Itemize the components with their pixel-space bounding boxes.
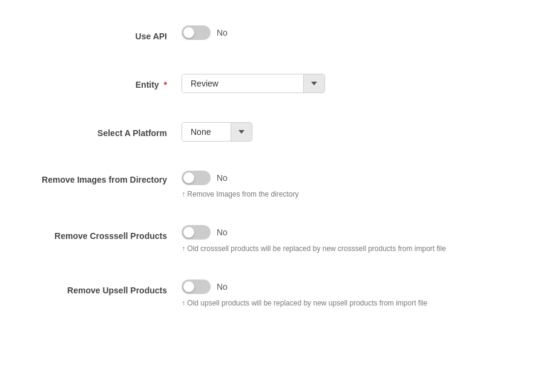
remove-images-track — [182, 171, 211, 185]
chevron-down-icon — [311, 82, 317, 85]
remove-images-hint: Remove Images from the directory — [182, 190, 298, 198]
entity-select-arrow[interactable] — [303, 74, 324, 93]
remove-upsell-status: No — [217, 282, 228, 292]
platform-row: Select A Platform None — [24, 109, 534, 157]
use-api-row: Use API No — [24, 12, 534, 60]
remove-images-thumb — [183, 172, 194, 183]
platform-select-value[interactable]: None — [182, 123, 231, 141]
use-api-track — [182, 25, 211, 40]
entity-select-value[interactable]: Review — [182, 74, 303, 93]
platform-select-arrow[interactable] — [231, 123, 252, 141]
entity-select-wrapper[interactable]: Review — [182, 74, 325, 93]
entity-label: Entity * — [24, 74, 182, 96]
remove-upsell-hint: Old upsell products will be replaced by … — [182, 299, 427, 307]
platform-label: Select A Platform — [24, 122, 182, 144]
remove-crosssell-hint: Old crosssell products will be replaced … — [182, 244, 446, 253]
remove-upsell-row: Remove Upsell Products No Old upsell pro… — [24, 266, 534, 321]
use-api-toggle[interactable] — [182, 25, 211, 40]
remove-images-row: Remove Images from Directory No Remove I… — [24, 157, 534, 212]
use-api-status: No — [217, 28, 228, 38]
remove-crosssell-row: Remove Crosssell Products No Old crossse… — [24, 212, 534, 266]
remove-crosssell-status: No — [217, 227, 228, 237]
remove-images-toggle[interactable] — [182, 171, 211, 185]
remove-upsell-label: Remove Upsell Products — [24, 279, 182, 301]
entity-row: Entity * Review — [24, 60, 534, 109]
remove-upsell-toggle[interactable] — [182, 279, 211, 294]
remove-upsell-track — [182, 279, 211, 294]
remove-crosssell-thumb — [183, 227, 194, 238]
chevron-down-icon — [238, 130, 245, 134]
use-api-label: Use API — [24, 25, 182, 47]
remove-crosssell-label: Remove Crosssell Products — [24, 225, 182, 247]
remove-images-label: Remove Images from Directory — [24, 171, 182, 186]
remove-upsell-thumb — [183, 281, 194, 292]
use-api-thumb — [183, 27, 194, 38]
remove-crosssell-track — [182, 225, 211, 240]
remove-images-status: No — [217, 173, 228, 183]
required-star: * — [164, 80, 167, 90]
remove-crosssell-toggle[interactable] — [182, 225, 211, 240]
platform-select-wrapper[interactable]: None — [182, 122, 252, 142]
